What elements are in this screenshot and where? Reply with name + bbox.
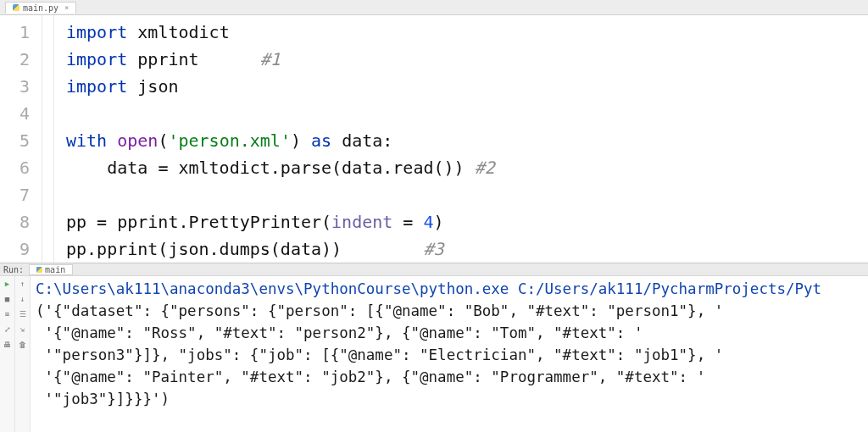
rerun-button[interactable]: ▶ xyxy=(3,279,13,289)
stdout: ('{"dataset": {"persons": {"person": [{"… xyxy=(36,302,723,407)
run-label: Run: xyxy=(3,265,24,274)
code-editor[interactable]: 1 2 3 4 5 6 7 8 9 import xmltodict impor… xyxy=(0,15,868,263)
command-line: C:\Users\ak111\anaconda3\envs\PythonCour… xyxy=(36,280,821,297)
python-file-icon xyxy=(13,4,19,11)
identifier: pprint xyxy=(137,49,198,69)
identifier: data: xyxy=(331,130,392,151)
line-number: 2 xyxy=(0,46,42,73)
number: 4 xyxy=(423,212,433,232)
line-number: 5 xyxy=(0,127,42,154)
print-button[interactable]: 🖶 xyxy=(3,340,13,350)
identifier: xmltodict xyxy=(137,22,229,42)
comment: #2 xyxy=(475,158,495,178)
editor-tab-bar: main.py × xyxy=(0,0,868,15)
fold-stripe xyxy=(42,15,54,263)
line-number: 4 xyxy=(0,100,42,127)
comment: #1 xyxy=(260,49,281,69)
soft-wrap-button[interactable]: ⤢ xyxy=(3,324,13,335)
run-toolbar-right: ↑ ↓ ☰ ⇲ 🗑 xyxy=(15,276,31,432)
line-number: 8 xyxy=(0,208,42,235)
console-panel: ▶ ■ ≡ ⤢ 🖶 ↑ ↓ ☰ ⇲ 🗑 C:\Users\ak111\anaco… xyxy=(0,276,868,432)
python-icon xyxy=(36,267,42,273)
operator: = xyxy=(392,212,423,232)
code-text: pp.pprint(json.dumps(data)) xyxy=(66,239,423,259)
paren: ) xyxy=(434,212,444,232)
filters-button[interactable]: ☰ xyxy=(18,309,28,319)
line-number-gutter: 1 2 3 4 5 6 7 8 9 xyxy=(0,15,42,263)
up-button[interactable]: ↑ xyxy=(18,279,28,289)
keyword: import xyxy=(66,49,127,69)
line-number: 6 xyxy=(0,154,42,181)
run-tool-header: Run: main xyxy=(0,263,868,276)
line-number: 3 xyxy=(0,73,42,100)
run-toolbar-left: ▶ ■ ≡ ⤢ 🖶 xyxy=(0,276,15,432)
builtin: open xyxy=(117,130,158,151)
identifier: json xyxy=(137,76,178,97)
keyword: import xyxy=(66,22,127,42)
down-button[interactable]: ↓ xyxy=(18,294,28,304)
close-icon[interactable]: × xyxy=(64,4,69,12)
tab-filename: main.py xyxy=(23,3,58,13)
indent xyxy=(66,158,107,178)
line-number: 9 xyxy=(0,235,42,263)
code-text: pp = pprint.PrettyPrinter( xyxy=(66,212,331,232)
run-config-name: main xyxy=(45,265,65,274)
stop-button[interactable]: ■ xyxy=(3,294,13,304)
paren: ) xyxy=(291,130,311,151)
layout-button[interactable]: ≡ xyxy=(3,309,13,319)
file-tab[interactable]: main.py × xyxy=(5,2,76,14)
string: 'person.xml' xyxy=(168,130,291,151)
run-config-tab[interactable]: main xyxy=(29,264,73,275)
code-area[interactable]: import xmltodict import pprint #1 import… xyxy=(54,15,495,263)
line-number: 7 xyxy=(0,181,42,208)
kwarg: indent xyxy=(331,212,392,232)
keyword: import xyxy=(66,76,127,97)
paren: ( xyxy=(158,130,168,151)
line-number: 1 xyxy=(0,19,42,46)
keyword: as xyxy=(311,130,331,151)
keyword: with xyxy=(66,130,107,151)
console-output[interactable]: C:\Users\ak111\anaconda3\envs\PythonCour… xyxy=(31,276,868,432)
scroll-button[interactable]: ⇲ xyxy=(18,324,28,335)
code-text: data = xmltodict.parse(data.read()) xyxy=(107,158,474,178)
comment: #3 xyxy=(423,239,443,259)
delete-button[interactable]: 🗑 xyxy=(18,340,28,350)
